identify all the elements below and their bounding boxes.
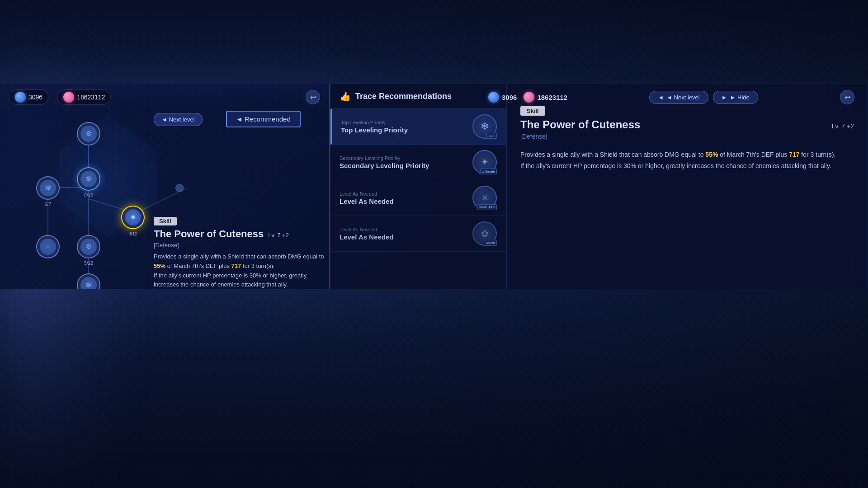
node-label-mid-right: 6/12 [84, 193, 93, 198]
skill-node-top[interactable]: ❄ [77, 122, 100, 145]
currency-2-value: 18623112 [537, 94, 567, 101]
desc-highlight2: 717 [231, 263, 241, 269]
desc-part1: Provides a single ally with a Shield tha… [154, 253, 324, 260]
trace-icon-3: ✕ Basic ATK [472, 186, 497, 210]
trace-item-3-priority: Level As Needed [340, 191, 466, 197]
next-level-button-top[interactable]: ◄ ◄ Next level [649, 91, 708, 104]
skill-node-top-inner: ❄ [80, 126, 97, 142]
trace-icon-2: ✦ Ultimate [472, 150, 497, 174]
snowflake-icon-mid-right: ❄ [85, 174, 92, 184]
trace-item-4-priority: Level As Needed [340, 227, 466, 232]
detail-skill-desc: Provides a single ally with a Shield tha… [520, 149, 854, 172]
skill-node-mid-right[interactable]: ❄ 6/12 [77, 167, 100, 191]
recommended-label: ◄ Recommended [236, 115, 291, 123]
trace-item-3-text: Level As Needed Level As Needed [340, 191, 466, 205]
hide-button[interactable]: ► ► Hide [713, 91, 758, 104]
skill-node-mid-left[interactable]: ❄ 2/7 [36, 176, 60, 200]
detail-skill-name: The Power of Cuteness [520, 118, 640, 131]
currency-2-display: 18623112 [524, 92, 567, 103]
action-buttons: ◄ ◄ Next level ► ► Hide [649, 91, 758, 104]
node-label-center: 9/12 [128, 231, 137, 236]
trace-item-2[interactable]: Secondary Leveling Priority Secondary Le… [330, 145, 506, 180]
snowflake-icon-bottom-mid: ❄ [85, 242, 92, 252]
orb-blue-icon [488, 92, 499, 103]
skill-info-panel: Skill The Power of Cuteness Lv. 7 +2 [De… [154, 217, 325, 289]
desc-highlight1: 55% [154, 263, 165, 269]
skill-node-center[interactable]: ✦ 9/12 [121, 206, 145, 229]
detail-panel: Skill The Power of Cuteness Lv. 7 +2 [De… [506, 84, 868, 289]
trace-item-4[interactable]: Level As Needed Level As Needed ✿ Talent [330, 216, 506, 252]
trace-item-1-name: Top Leveling Priority [341, 126, 466, 134]
trace-item-4-name: Level As Needed [340, 233, 466, 241]
fade-bottom [0, 289, 868, 488]
orb-pink-icon [524, 92, 534, 103]
snowflake-icon-top: ❄ [85, 129, 92, 139]
top-currency-bar: 3096 18623112 ◄ ◄ Next level ► ► Hide ↩ [475, 84, 868, 111]
detail-desc-part1: Provides a single ally with a Shield tha… [520, 151, 705, 158]
trace-item-2-priority: Secondary Leveling Priority [340, 155, 466, 161]
trace-item-3[interactable]: Level As Needed Level As Needed ✕ Basic … [330, 180, 506, 216]
skill-node-bottom-mid-inner: ❄ [80, 239, 97, 255]
detail-skill-lv: Lv. 7 +2 [832, 122, 854, 130]
next-level-button-panel[interactable]: ◄ Next level [154, 113, 203, 126]
thumbs-up-icon: 👍 [340, 91, 351, 102]
skill-node-bottom[interactable]: ❄ [77, 273, 100, 289]
trace-panel: 👍 Trace Recommendations Top Leveling Pri… [330, 84, 506, 289]
back-button-top[interactable]: ↩ [840, 90, 854, 104]
trace-item-4-text: Level As Needed Level As Needed [340, 227, 466, 241]
trace-icon-4: ✿ Talent [472, 221, 497, 246]
skill-node-mid-left-inner: ❄ [40, 180, 56, 196]
trace-icon-label-3: Basic ATK [477, 204, 497, 210]
next-level-panel-label: ◄ Next level [161, 116, 195, 123]
hide-label: ► Hide [730, 94, 750, 101]
skill-node-far-right[interactable] [175, 184, 184, 192]
trace-item-2-name: Secondary Leveling Priority [340, 162, 466, 169]
skill-node-mid-right-inner: ❄ [80, 171, 97, 187]
next-level-label: ◄ Next level [666, 94, 700, 101]
back-button-panel[interactable]: ↩ [306, 90, 320, 104]
trace-icon-label-4: Talent [484, 240, 497, 246]
skill-type-panel: [Defense] [154, 242, 325, 249]
trace-item-1-text: Top Leveling Priority Top Leveling Prior… [341, 120, 466, 134]
detail-desc-highlight1: 55% [705, 151, 718, 158]
snowflake-icon-bottom: ❄ [85, 280, 92, 289]
recommended-button[interactable]: ◄ Recommended [226, 111, 301, 127]
trace-item-2-text: Secondary Leveling Priority Secondary Le… [340, 155, 466, 169]
skill-icon-1: ❄ [481, 121, 489, 132]
trace-item-1[interactable]: Top Leveling Priority Top Leveling Prior… [330, 109, 506, 145]
snowflake-icon-mid-left: ❄ [45, 183, 52, 193]
trace-icon-1: ❄ Skill [472, 114, 497, 139]
ultimate-icon: ✦ [481, 156, 489, 168]
trace-icon-label-1: Skill [486, 133, 497, 139]
currency-1-display: 3096 [488, 92, 517, 103]
trace-item-3-name: Level As Needed [340, 197, 466, 205]
skill-node-bottom-inner: ❄ [80, 277, 97, 289]
trace-header-title: Trace Recommendations [355, 92, 452, 101]
game-panel: 3096 18623112 ↩ ◄ Next level ◄ Recommend… [0, 84, 330, 289]
skill-lv-panel: Lv. 7 +2 [268, 232, 289, 239]
desc-part2: of March 7th's DEF plus [165, 263, 231, 269]
skill-node-bottom-mid[interactable]: ❄ 5/12 [77, 235, 100, 258]
skill-node-bottom-left[interactable]: ✕ [36, 235, 60, 258]
node-label-bottom-mid: 5/12 [84, 261, 93, 266]
talent-icon: ✿ [481, 228, 489, 239]
skill-node-bottom-left-inner: ✕ [40, 239, 56, 255]
x-icon: ✕ [45, 243, 51, 250]
fade-top [0, 0, 868, 84]
trace-item-1-priority: Top Leveling Priority [341, 120, 466, 125]
detail-desc-part2: of March 7th's DEF plus [718, 151, 789, 158]
center-node-icon: ✦ [129, 212, 137, 223]
next-level-icon: ◄ [658, 94, 664, 101]
skill-badge-panel: Skill [154, 217, 177, 225]
currency-1-value: 3096 [502, 94, 517, 101]
trace-icon-label-2: Ultimate [480, 169, 497, 174]
node-label-mid-left: 2/7 [45, 202, 51, 207]
detail-title-row: The Power of Cuteness Lv. 7 +2 [520, 118, 854, 133]
skill-name-panel: The Power of Cuteness [154, 228, 264, 240]
basic-atk-icon: ✕ [481, 193, 488, 203]
detail-skill-type: [Defense] [520, 133, 854, 140]
skill-node-center-inner: ✦ [125, 209, 141, 225]
skill-desc-panel: Provides a single ally with a Shield tha… [154, 252, 325, 289]
detail-desc-highlight2: 717 [789, 151, 799, 158]
hide-icon: ► [722, 94, 727, 101]
